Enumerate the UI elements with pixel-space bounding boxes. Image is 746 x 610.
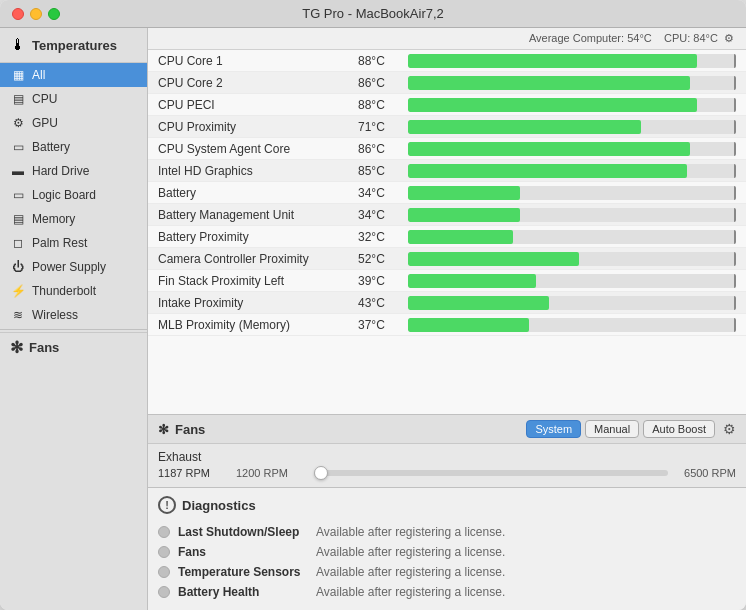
diagnostics-icon: ! xyxy=(158,496,176,514)
sidebar-item-palmrest[interactable]: ◻Palm Rest xyxy=(0,231,147,255)
temp-bar xyxy=(408,252,579,266)
diag-row: FansAvailable after registering a licens… xyxy=(158,542,736,562)
diagnostics-section: ! Diagnostics Last Shutdown/SleepAvailab… xyxy=(148,487,746,610)
fans-gear-icon[interactable]: ⚙ xyxy=(723,421,736,437)
sidebar-item-all[interactable]: ▦All xyxy=(0,63,147,87)
titlebar: TG Pro - MacBookAir7,2 xyxy=(0,0,746,28)
fan-btn-autoboost[interactable]: Auto Boost xyxy=(643,420,715,438)
temp-row: Intel HD Graphics85°C xyxy=(148,160,746,182)
temp-value: 86°C xyxy=(358,76,408,90)
temp-value: 43°C xyxy=(358,296,408,310)
sidebar-label-harddrive: Hard Drive xyxy=(32,164,89,178)
thunderbolt-icon: ⚡ xyxy=(10,284,26,298)
traffic-lights xyxy=(12,8,60,20)
average-value: 54°C xyxy=(627,32,652,44)
sidebar-label-all: All xyxy=(32,68,45,82)
temp-row: MLB Proximity (Memory)37°C xyxy=(148,314,746,336)
sidebar-item-thunderbolt[interactable]: ⚡Thunderbolt xyxy=(0,279,147,303)
fan-slider[interactable] xyxy=(314,470,668,476)
temp-bar-marker xyxy=(734,318,736,332)
diag-label: Battery Health xyxy=(178,585,308,599)
memory-icon: ▤ xyxy=(10,212,26,226)
window-title: TG Pro - MacBookAir7,2 xyxy=(302,6,444,21)
all-icon: ▦ xyxy=(10,68,26,82)
temp-value: 71°C xyxy=(358,120,408,134)
temp-bar-marker xyxy=(734,98,736,112)
minimize-button[interactable] xyxy=(30,8,42,20)
temp-name: Battery xyxy=(158,186,358,200)
diag-row: Temperature SensorsAvailable after regis… xyxy=(158,562,736,582)
diag-value: Available after registering a license. xyxy=(316,565,505,579)
sidebar-label-palmrest: Palm Rest xyxy=(32,236,87,250)
temp-bar xyxy=(408,98,697,112)
temp-bar-container xyxy=(408,186,736,200)
close-button[interactable] xyxy=(12,8,24,20)
fan-btn-system[interactable]: System xyxy=(526,420,581,438)
temp-bar-marker xyxy=(734,120,736,134)
temp-bar-container xyxy=(408,318,736,332)
palmrest-icon: ◻ xyxy=(10,236,26,250)
diag-label: Temperature Sensors xyxy=(178,565,308,579)
diag-row: Battery HealthAvailable after registerin… xyxy=(158,582,736,602)
temp-value: 88°C xyxy=(358,98,408,112)
sidebar-item-wireless[interactable]: ≋Wireless xyxy=(0,303,147,327)
temp-row: CPU System Agent Core86°C xyxy=(148,138,746,160)
temp-name: CPU PECI xyxy=(158,98,358,112)
temp-bar-container xyxy=(408,296,736,310)
temp-value: 37°C xyxy=(358,318,408,332)
temp-bar-container xyxy=(408,208,736,222)
battery-icon: ▭ xyxy=(10,140,26,154)
fans-section-label: Fans xyxy=(175,422,205,437)
temp-bar xyxy=(408,142,690,156)
temp-bar-container xyxy=(408,164,736,178)
sidebar-item-powersupply[interactable]: ⏻Power Supply xyxy=(0,255,147,279)
sidebar-item-logicboard[interactable]: ▭Logic Board xyxy=(0,183,147,207)
diag-status-icon xyxy=(158,546,170,558)
temp-name: CPU System Agent Core xyxy=(158,142,358,156)
temp-bar-marker xyxy=(734,54,736,68)
temp-name: CPU Core 1 xyxy=(158,54,358,68)
temp-bar-marker xyxy=(734,208,736,222)
temp-bar-marker xyxy=(734,186,736,200)
temp-value: 52°C xyxy=(358,252,408,266)
temp-bar xyxy=(408,54,697,68)
temp-row: CPU PECI88°C xyxy=(148,94,746,116)
fans-section: ✻ Fans SystemManualAuto Boost⚙ Exhaust11… xyxy=(148,414,746,487)
diag-label: Last Shutdown/Sleep xyxy=(178,525,308,539)
temp-bar-marker xyxy=(734,230,736,244)
sidebar-label-memory: Memory xyxy=(32,212,75,226)
sidebar-label-cpu: CPU xyxy=(32,92,57,106)
sidebar-item-cpu[interactable]: ▤CPU xyxy=(0,87,147,111)
content-area: Average Computer: 54°C CPU: 84°C ⚙ CPU C… xyxy=(148,28,746,610)
fan-current-rpm: 1187 RPM xyxy=(158,467,228,479)
temp-row: Camera Controller Proximity52°C xyxy=(148,248,746,270)
sidebar-item-gpu[interactable]: ⚙GPU xyxy=(0,111,147,135)
temp-row: Battery Proximity32°C xyxy=(148,226,746,248)
maximize-button[interactable] xyxy=(48,8,60,20)
sidebar-item-harddrive[interactable]: ▬Hard Drive xyxy=(0,159,147,183)
sidebar-label-gpu: GPU xyxy=(32,116,58,130)
diagnostics-header: ! Diagnostics xyxy=(158,496,736,514)
sidebar-label-thunderbolt: Thunderbolt xyxy=(32,284,96,298)
sidebar-fans-header[interactable]: ✻ Fans xyxy=(0,332,147,362)
temp-bar-marker xyxy=(734,274,736,288)
diag-row: Last Shutdown/SleepAvailable after regis… xyxy=(158,522,736,542)
sidebar-item-memory[interactable]: ▤Memory xyxy=(0,207,147,231)
temp-bar xyxy=(408,274,536,288)
temp-bar-container xyxy=(408,252,736,266)
diag-status-icon xyxy=(158,566,170,578)
fan-slider-thumb[interactable] xyxy=(314,466,328,480)
temp-row: Fin Stack Proximity Left39°C xyxy=(148,270,746,292)
temp-value: 34°C xyxy=(358,186,408,200)
temp-bar-marker xyxy=(734,142,736,156)
temp-bar-container xyxy=(408,98,736,112)
sidebar-item-battery[interactable]: ▭Battery xyxy=(0,135,147,159)
fans-header-left: ✻ Fans xyxy=(158,422,205,437)
main-window: TG Pro - MacBookAir7,2 🌡 Temperatures ▦A… xyxy=(0,0,746,610)
temp-value: 32°C xyxy=(358,230,408,244)
sidebar-divider xyxy=(0,329,147,330)
fan-btn-manual[interactable]: Manual xyxy=(585,420,639,438)
harddrive-icon: ▬ xyxy=(10,164,26,178)
sidebar-label-wireless: Wireless xyxy=(32,308,78,322)
temp-row: Battery34°C xyxy=(148,182,746,204)
